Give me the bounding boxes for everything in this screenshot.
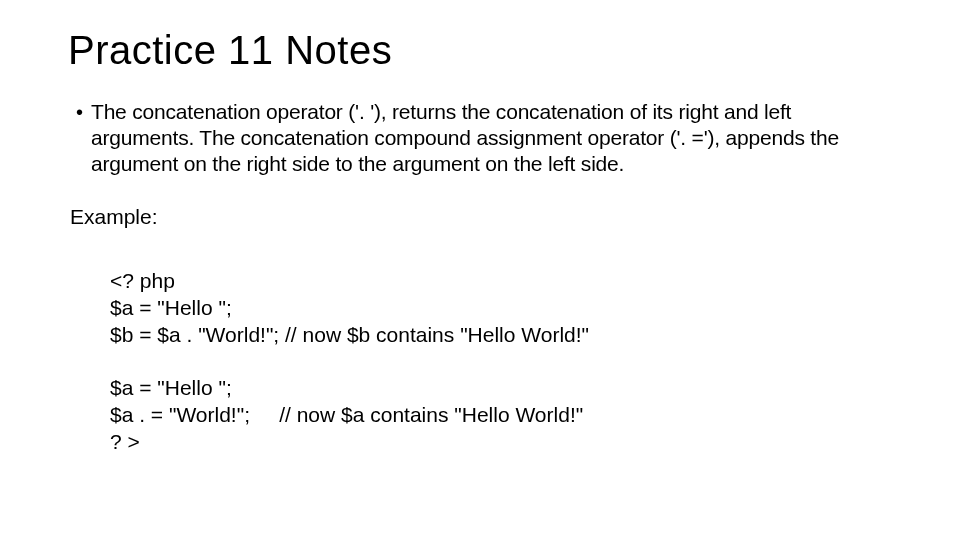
code-block: <? php $a = "Hello "; $b = $a . "World!"… xyxy=(110,267,892,455)
code-line: $a . = "World!"; // now $a contains "Hel… xyxy=(110,403,583,426)
bullet-marker: • xyxy=(76,99,83,125)
code-line: $a = "Hello "; xyxy=(110,296,232,319)
code-line: $a = "Hello "; xyxy=(110,376,232,399)
code-line: <? php xyxy=(110,269,175,292)
code-gap xyxy=(110,348,892,374)
bullet-item: • The concatenation operator ('. '), ret… xyxy=(68,99,892,177)
code-line: $b = $a . "World!"; // now $b contains "… xyxy=(110,323,589,346)
bullet-text: The concatenation operator ('. '), retur… xyxy=(91,99,892,177)
page-title: Practice 11 Notes xyxy=(68,28,892,73)
example-label: Example: xyxy=(70,205,892,229)
code-line: ? > xyxy=(110,430,140,453)
slide-container: Practice 11 Notes • The concatenation op… xyxy=(0,0,960,540)
